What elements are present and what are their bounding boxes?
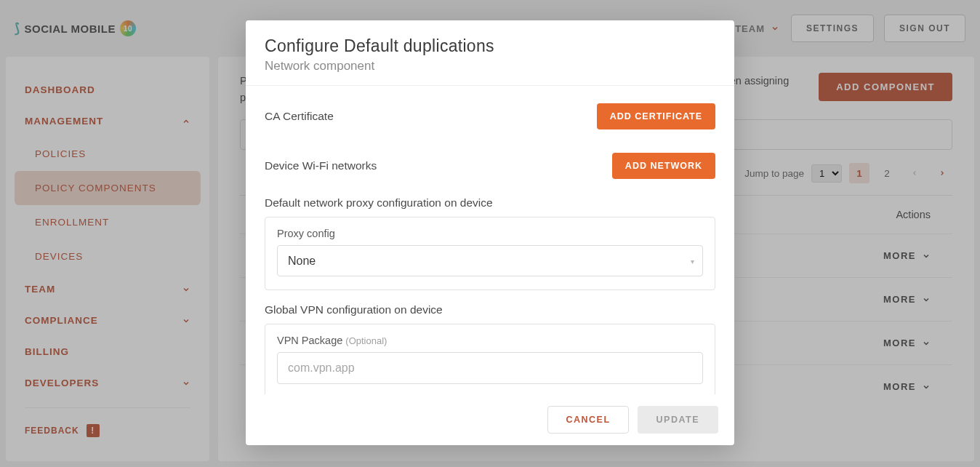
proxy-card: Proxy config None ▾: [265, 217, 715, 290]
add-network-button[interactable]: ADD NETWORK: [612, 153, 715, 179]
configure-modal: Configure Default duplications Network c…: [246, 20, 734, 445]
vpn-package-input[interactable]: [277, 352, 703, 384]
update-button[interactable]: UPDATE: [638, 406, 718, 434]
vpn-section-label: Global VPN configuration on device: [265, 303, 715, 316]
cancel-button[interactable]: CANCEL: [547, 406, 628, 434]
modal-footer: CANCEL UPDATE: [246, 394, 734, 445]
proxy-config-select[interactable]: None: [277, 245, 703, 276]
modal-subtitle: Network component: [265, 59, 715, 73]
modal-body[interactable]: CA Certificate ADD CERTIFICATE Device Wi…: [246, 85, 734, 394]
wifi-networks-row: Device Wi-Fi networks ADD NETWORK: [265, 141, 715, 191]
ca-certificate-row: CA Certificate ADD CERTIFICATE: [265, 92, 715, 141]
add-certificate-button[interactable]: ADD CERTIFICATE: [597, 103, 715, 129]
proxy-section-label: Default network proxy configuration on d…: [265, 196, 715, 209]
ca-certificate-label: CA Certificate: [265, 110, 334, 123]
vpn-field-label: VPN Package (Optional): [277, 335, 703, 346]
proxy-field-label: Proxy config: [277, 228, 703, 239]
modal-title: Configure Default duplications: [265, 36, 715, 56]
wifi-label: Device Wi-Fi networks: [265, 159, 377, 172]
modal-overlay[interactable]: Configure Default duplications Network c…: [0, 0, 980, 467]
vpn-card: VPN Package (Optional): [265, 324, 715, 394]
modal-header: Configure Default duplications Network c…: [246, 20, 734, 85]
